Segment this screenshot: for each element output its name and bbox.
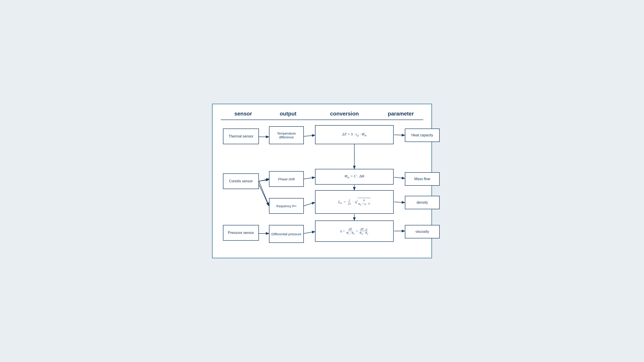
svg-line-5 (304, 178, 314, 179)
header-output: output (266, 111, 310, 117)
density-box: density (405, 196, 440, 209)
svg-line-6 (304, 202, 314, 206)
coriolis-sensor-box: Coriolis sensor (223, 173, 259, 189)
svg-line-4 (259, 184, 268, 205)
formula-eta-box: η = ΔP Φv · R0 = ΔP · ρ Φm · R0 (315, 220, 394, 242)
content-area: Thermal sensor Coriolis sensor Pressure … (221, 124, 423, 250)
mass-flow-box: Mass flow (405, 172, 440, 186)
header-sensor: sensor (221, 111, 266, 117)
freq-res-box: frequency fres (269, 198, 304, 214)
header-row: sensor output conversion parameter (221, 111, 423, 120)
temp-diff-box: Temperature difference (269, 126, 304, 144)
header-parameter: parameter (378, 111, 423, 117)
viscosity-box: viscosity (405, 225, 440, 238)
diagram-container: sensor output conversion parameter (212, 104, 432, 258)
svg-line-13 (394, 177, 404, 178)
svg-line-16 (259, 179, 269, 181)
phase-shift-box: Phase shift (269, 171, 304, 187)
svg-line-1 (304, 135, 314, 136)
diff-pressure-box: Differential pressure (269, 225, 304, 243)
svg-line-11 (304, 232, 314, 233)
heat-capacity-box: Heat capacity (405, 129, 440, 142)
formula-dt-box: ΔT = S · cp · Φm (315, 125, 394, 144)
svg-line-3 (259, 180, 268, 181)
formula-phi-box: Φm = C · ΔΘ (315, 169, 394, 184)
svg-line-14 (394, 202, 404, 202)
thermal-sensor-box: Thermal sensor (223, 129, 259, 144)
formula-fres-box: fres = 1 2π · √ k m0 + ρ · V (315, 190, 394, 214)
pressure-sensor-box: Pressure sensor (223, 225, 259, 241)
header-conversion: conversion (310, 111, 378, 117)
svg-line-12 (394, 135, 404, 135)
svg-line-17 (259, 181, 269, 206)
